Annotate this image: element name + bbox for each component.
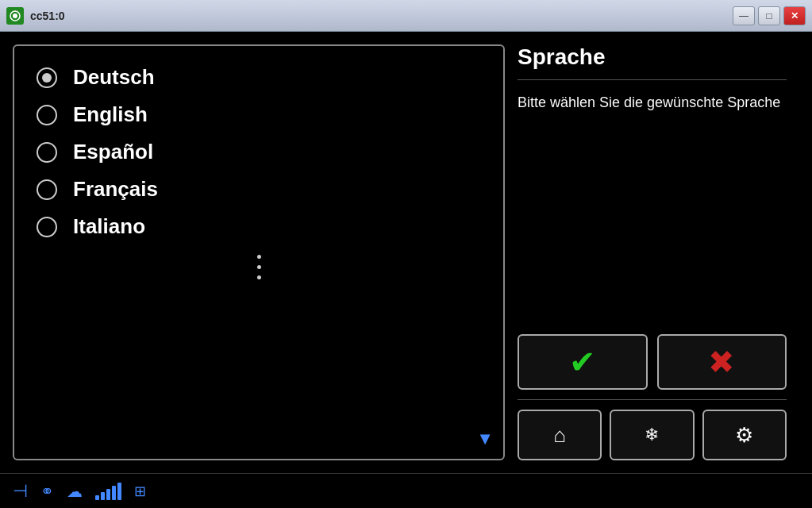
radio-francais xyxy=(37,179,57,200)
menu-status-icon: ⊣ xyxy=(13,481,28,502)
maximize-button[interactable]: □ xyxy=(758,6,780,25)
dot-2 xyxy=(257,265,261,269)
gear-icon: ⚙ xyxy=(735,423,753,448)
more-items-indicator xyxy=(27,245,491,289)
language-label-english: English xyxy=(73,102,148,127)
dot-3 xyxy=(257,275,261,279)
language-list: DeutschEnglishEspañolFrançaisItaliano xyxy=(27,59,491,245)
signal-bar-1 xyxy=(95,495,99,500)
radio-espanol xyxy=(37,142,57,163)
title-bar-left: cc51:0 xyxy=(6,7,65,25)
signal-bar-2 xyxy=(101,492,105,500)
scroll-down-indicator[interactable]: ▼ xyxy=(476,429,494,449)
language-item-italiano[interactable]: Italiano xyxy=(27,208,491,245)
window-controls: — □ ✕ xyxy=(733,6,806,25)
signal-strength xyxy=(95,483,121,500)
language-list-panel: DeutschEnglishEspañolFrançaisItaliano ▼ xyxy=(13,44,505,460)
status-bar: ⊣ ⚭ ☁ ⊞ xyxy=(0,473,812,508)
panel-title: Sprache xyxy=(518,44,787,80)
home-button[interactable]: ⌂ xyxy=(518,410,602,460)
title-bar: cc51:0 — □ ✕ xyxy=(0,0,812,32)
nav-buttons: ⌂ ❄ ⚙ xyxy=(518,410,787,460)
close-button[interactable]: ✕ xyxy=(783,6,806,25)
radio-italiano xyxy=(37,217,57,237)
signal-bar-4 xyxy=(112,486,116,500)
language-label-deutsch: Deutsch xyxy=(73,65,155,90)
language-label-espanol: Español xyxy=(73,140,153,164)
main-content: DeutschEnglishEspañolFrançaisItaliano ▼ … xyxy=(0,32,812,473)
language-label-italiano: Italiano xyxy=(73,214,145,239)
language-item-espanol[interactable]: Español xyxy=(27,133,491,171)
home-icon: ⌂ xyxy=(553,423,566,448)
cancel-button[interactable]: ✖ xyxy=(657,334,787,390)
wifi-status-icon: ☁ xyxy=(67,482,83,501)
language-item-english[interactable]: English xyxy=(27,96,491,133)
window-title: cc51:0 xyxy=(30,10,65,22)
divider xyxy=(518,399,787,400)
connection-status-icon: ⚭ xyxy=(40,482,54,501)
fan-icon: ❄ xyxy=(645,425,659,445)
app-icon xyxy=(6,7,24,25)
confirm-button[interactable]: ✔ xyxy=(518,334,648,390)
action-buttons: ✔ ✖ xyxy=(518,334,787,390)
radio-english xyxy=(37,105,57,125)
radio-deutsch xyxy=(37,67,57,88)
svg-point-1 xyxy=(13,13,17,18)
settings-button[interactable]: ⚙ xyxy=(702,410,787,460)
confirm-icon: ✔ xyxy=(569,344,596,380)
cancel-icon: ✖ xyxy=(708,344,735,380)
language-item-deutsch[interactable]: Deutsch xyxy=(27,59,491,96)
network-status-icon: ⊞ xyxy=(134,483,146,500)
signal-bar-5 xyxy=(117,483,121,500)
fan-button[interactable]: ❄ xyxy=(610,410,694,460)
signal-bar-3 xyxy=(106,489,110,500)
minimize-button[interactable]: — xyxy=(733,6,755,25)
panel-description: Bitte wählen Sie die gewünschte Sprache xyxy=(518,93,787,321)
dot-1 xyxy=(257,255,261,259)
language-label-francais: Français xyxy=(73,177,158,202)
right-panel: Sprache Bitte wählen Sie die gewünschte … xyxy=(505,44,799,460)
language-item-francais[interactable]: Français xyxy=(27,171,491,208)
radio-inner-deutsch xyxy=(42,73,52,83)
